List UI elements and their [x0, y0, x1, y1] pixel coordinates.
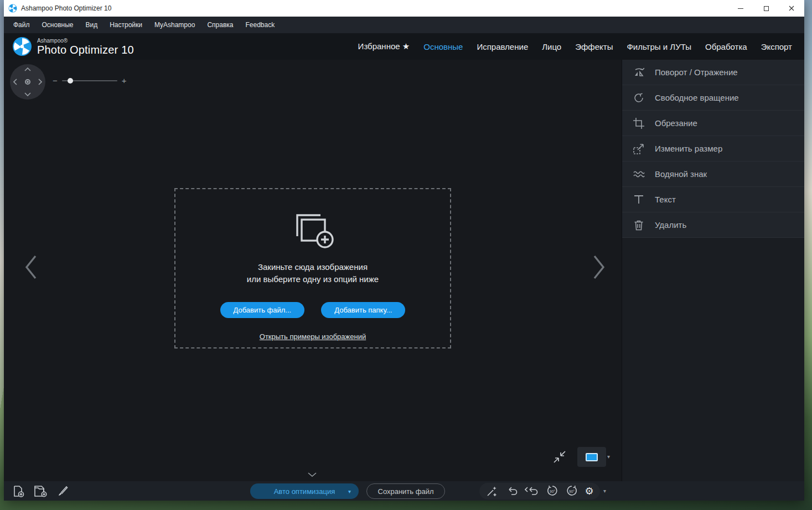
- view-mode-icon: [586, 453, 598, 461]
- delete-icon: [632, 218, 646, 232]
- zoom-in-button[interactable]: +: [122, 76, 127, 85]
- add-folder-button[interactable]: Добавить папку...: [321, 302, 405, 318]
- open-examples-link[interactable]: Открыть примеры изображений: [260, 332, 366, 341]
- tool-free-rotation[interactable]: Свободное вращение: [622, 85, 804, 111]
- app-logo-icon: [8, 4, 17, 13]
- rotate-flip-icon: [632, 66, 646, 79]
- menu-feedback[interactable]: Feedback: [239, 17, 281, 33]
- tool-label: Удалить: [655, 220, 686, 230]
- tool-text[interactable]: Текст: [622, 187, 804, 212]
- zoom-out-button[interactable]: −: [53, 76, 58, 85]
- minimize-icon: [738, 8, 743, 9]
- free-rotate-icon: [632, 91, 646, 105]
- bottom-toolbar: Авто оптимизация ▾ Сохранить файл: [4, 481, 804, 501]
- auto-optimize-dropdown-icon[interactable]: ▾: [348, 488, 351, 495]
- tab-effects[interactable]: Эффекты: [575, 42, 613, 51]
- tools-panel: Поворот / Отражение Свободное вращение: [622, 60, 804, 481]
- fit-to-screen-button[interactable]: [552, 449, 567, 465]
- zoom-control: − +: [53, 76, 127, 85]
- tab-export[interactable]: Экспорт: [761, 42, 792, 51]
- thumbnail-strip-toggle[interactable]: [308, 472, 317, 477]
- previous-image-button[interactable]: [24, 254, 38, 280]
- tool-label: Поворот / Отражение: [655, 67, 738, 77]
- header: Ashampoo® Photo Optimizer 10 Избранное ★…: [4, 33, 804, 60]
- retouch-brush-icon[interactable]: [56, 485, 69, 498]
- close-icon: [789, 6, 794, 11]
- tab-correction[interactable]: Исправление: [477, 42, 528, 51]
- menu-main[interactable]: Основные: [36, 17, 80, 33]
- minimize-button[interactable]: [728, 0, 753, 17]
- canvas-area: − + Закиньте сюда изобра: [4, 60, 804, 481]
- tab-main[interactable]: Основные: [423, 42, 463, 51]
- add-file-button[interactable]: Добавить файл...: [220, 302, 305, 318]
- pad-right-icon[interactable]: [38, 79, 42, 85]
- add-folder-icon[interactable]: [33, 485, 48, 498]
- window-title: Ashampoo Photo Optimizer 10: [21, 4, 111, 12]
- watermark-icon: [632, 168, 646, 181]
- tool-rotate-flip[interactable]: Поворот / Отражение: [622, 60, 804, 85]
- maximize-icon: [764, 6, 769, 11]
- drop-instructions: Закиньте сюда изображения или выберите о…: [247, 261, 379, 285]
- undo-all-icon[interactable]: [525, 485, 539, 497]
- brand-logo-icon: [12, 37, 32, 56]
- brand: Ashampoo® Photo Optimizer 10: [12, 37, 134, 56]
- maximize-button[interactable]: [753, 0, 779, 17]
- add-images-icon: [289, 207, 336, 248]
- tool-watermark[interactable]: Водяной знак: [622, 162, 804, 187]
- zoom-slider-thumb[interactable]: [68, 78, 73, 84]
- rotate-left-label: 90°: [550, 490, 555, 493]
- tool-delete[interactable]: Удалить: [622, 212, 804, 238]
- tool-crop[interactable]: Обрезание: [622, 111, 804, 136]
- tool-label: Текст: [655, 195, 676, 204]
- pad-down-icon[interactable]: [24, 92, 31, 96]
- undo-icon[interactable]: [505, 485, 519, 497]
- pad-left-icon[interactable]: [13, 79, 17, 85]
- view-mode-dropdown-icon[interactable]: ▾: [607, 454, 610, 460]
- history-tools-group: 90° 90° ⚙: [479, 483, 600, 499]
- pad-center-dot: [27, 81, 29, 83]
- magic-wand-icon[interactable]: [485, 485, 499, 498]
- tool-label: Изменить размер: [655, 144, 722, 153]
- menu-file[interactable]: Файл: [7, 17, 36, 33]
- pad-up-icon[interactable]: [24, 67, 31, 71]
- drop-instruction-line2: или выберите одну из опций ниже: [247, 273, 379, 285]
- history-group-dropdown-icon[interactable]: ▾: [603, 488, 606, 494]
- menubar: Файл Основные Вид Настройки MyAshampoo С…: [4, 17, 804, 33]
- tab-bar: Избранное ★ Основные Исправление Лицо Эф…: [358, 33, 792, 60]
- app-window: Ashampoo Photo Optimizer 10 Файл Основны…: [4, 0, 804, 501]
- titlebar: Ashampoo Photo Optimizer 10: [4, 0, 804, 17]
- view-mode-button[interactable]: [577, 447, 606, 467]
- tool-resize[interactable]: Изменить размер: [622, 136, 804, 162]
- menu-settings[interactable]: Настройки: [104, 17, 148, 33]
- menu-view[interactable]: Вид: [79, 17, 104, 33]
- tab-favorites[interactable]: Избранное ★: [358, 41, 410, 51]
- tab-processing[interactable]: Обработка: [705, 42, 747, 51]
- product-name: Photo Optimizer 10: [37, 44, 134, 56]
- auto-optimize-label: Авто оптимизация: [274, 487, 335, 496]
- drop-instruction-line1: Закиньте сюда изображения: [247, 261, 379, 273]
- text-icon: [632, 193, 646, 206]
- tool-label: Свободное вращение: [655, 93, 739, 102]
- add-file-icon[interactable]: [12, 485, 25, 498]
- menu-myashampoo[interactable]: MyAshampoo: [148, 17, 201, 33]
- tool-label: Водяной знак: [655, 169, 707, 179]
- zoom-slider[interactable]: [62, 80, 117, 81]
- menu-help[interactable]: Справка: [201, 17, 239, 33]
- crop-icon: [632, 117, 646, 130]
- tab-filters-luts[interactable]: Фильтры и ЛУТы: [627, 42, 691, 51]
- rotate-right-90-icon[interactable]: 90°: [565, 485, 578, 498]
- tab-face[interactable]: Лицо: [542, 42, 561, 51]
- brand-name: Ashampoo®: [37, 38, 134, 44]
- rotate-left-90-icon[interactable]: 90°: [546, 485, 559, 498]
- pan-pad[interactable]: [10, 64, 45, 100]
- next-image-button[interactable]: [592, 254, 606, 280]
- save-file-button[interactable]: Сохранить файл: [366, 483, 445, 499]
- image-drop-zone[interactable]: Закиньте сюда изображения или выберите о…: [174, 188, 451, 348]
- rotate-right-label: 90°: [569, 490, 575, 493]
- close-button[interactable]: [779, 0, 804, 17]
- tool-label: Обрезание: [655, 118, 697, 128]
- settings-gear-icon[interactable]: ⚙: [585, 486, 593, 496]
- resize-icon: [632, 142, 646, 155]
- auto-optimize-button[interactable]: Авто оптимизация ▾: [250, 483, 359, 499]
